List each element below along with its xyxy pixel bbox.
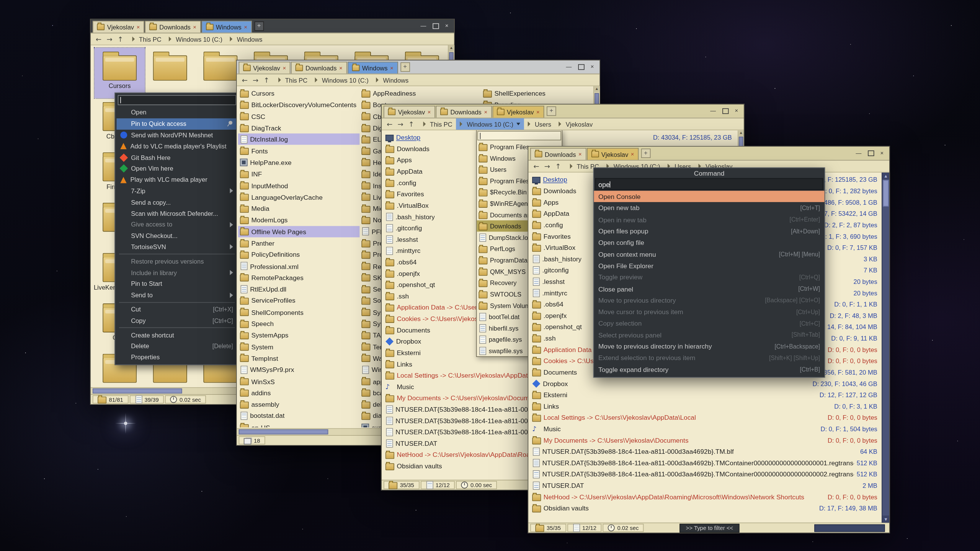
file-row[interactable]: My Documents -> C:\Users\Vjekoslav\Docum… <box>530 434 889 446</box>
close-button[interactable]: × <box>591 64 594 70</box>
palette-item[interactable]: Select previous panel [Shift+Tab] <box>594 329 824 341</box>
context-menu-item[interactable]: Send to <box>116 289 237 300</box>
file-row[interactable]: Obsidian vaults D: 17, F: 149, 38 MB <box>530 502 889 514</box>
tab-close-icon[interactable] <box>283 65 286 71</box>
minimize-button[interactable]: — <box>421 23 426 29</box>
type-to-filter-hint[interactable]: >> Type to filter << <box>679 523 739 532</box>
minimize-button[interactable]: — <box>566 64 572 70</box>
file-row[interactable]: assembly <box>238 398 360 410</box>
status-filter-input[interactable] <box>814 524 885 532</box>
context-menu-item[interactable]: 7-Zip <box>116 186 237 197</box>
back-icon[interactable]: ← <box>531 163 542 170</box>
breadcrumb-item[interactable]: Users <box>524 118 555 130</box>
context-menu-item[interactable]: Properties <box>116 352 237 363</box>
file-row[interactable]: InputMethod <box>238 179 360 191</box>
context-menu-item[interactable]: Send with NordVPN Meshnet <box>116 129 237 140</box>
breadcrumb-item[interactable]: Windows 10 (C:) <box>311 74 372 86</box>
file-row[interactable]: TempInst <box>238 352 360 364</box>
tab[interactable]: Windows <box>348 62 398 73</box>
file-row[interactable]: WinSxS <box>238 375 360 387</box>
back-icon[interactable]: ← <box>384 121 395 127</box>
scroll-up-icon[interactable]: ▲ <box>882 173 889 179</box>
context-menu-item[interactable]: Give access to <box>116 219 237 230</box>
forward-icon[interactable]: → <box>250 77 261 83</box>
vertical-scrollbar[interactable]: ▲ ▼ <box>882 173 889 523</box>
close-button[interactable]: × <box>880 150 884 156</box>
scrollbar-thumb[interactable] <box>93 388 182 393</box>
file-row[interactable]: CSC <box>238 111 360 122</box>
new-tab-button[interactable]: + <box>547 106 556 116</box>
file-row[interactable]: Links D: 0, F: 3, 1 KB <box>530 400 889 412</box>
palette-item[interactable]: Open context menu [Ctrl+M] [Menu] <box>594 248 824 260</box>
tab-close-icon[interactable] <box>137 24 140 30</box>
tab[interactable]: Vjekoslav <box>492 106 544 117</box>
scroll-up-icon[interactable]: ▲ <box>738 130 744 136</box>
file-row[interactable]: HelpPane.exe <box>238 156 360 168</box>
palette-item[interactable]: Open File Explorer <box>594 260 824 271</box>
tab-close-icon[interactable] <box>339 65 343 71</box>
file-row[interactable]: addins <box>238 387 360 398</box>
context-menu-item[interactable]: Create shortcut <box>116 329 237 341</box>
close-button[interactable]: × <box>735 108 738 114</box>
tab-close-icon[interactable] <box>536 109 540 115</box>
file-row[interactable]: Media <box>238 203 360 214</box>
tab[interactable]: Downloads <box>145 21 201 33</box>
breadcrumb-item[interactable]: Windows 10 (C:) <box>165 33 226 45</box>
file-row[interactable]: ModemLogs <box>238 214 360 226</box>
file-row[interactable]: Eksterni D: 12, F: 127, 12 GB <box>530 389 889 401</box>
tab[interactable]: Vjekoslav <box>93 21 144 33</box>
file-row[interactable]: INF <box>238 168 360 179</box>
context-menu-item[interactable]: Play with VLC media player <box>116 174 237 185</box>
context-menu-item[interactable]: TortoiseSVN <box>116 241 237 253</box>
forward-icon[interactable]: → <box>104 36 115 42</box>
file-row[interactable]: System <box>238 341 360 352</box>
file-row[interactable]: Local Settings -> C:\Users\Vjekoslav\App… <box>530 412 889 423</box>
breadcrumb-item[interactable]: Windows <box>372 74 413 86</box>
tab-close-icon[interactable] <box>484 109 487 115</box>
file-row[interactable]: NTUSER.DAT{53b39e88-18c4-11ea-a811-000d3… <box>530 468 889 480</box>
new-tab-button[interactable]: + <box>254 21 264 31</box>
tab-close-icon[interactable] <box>193 24 196 30</box>
titlebar[interactable]: Vjekoslav Downloads Windows + — × <box>91 20 454 33</box>
maximize-button[interactable] <box>722 108 728 114</box>
palette-item[interactable]: Move cursor to previous item [Ctrl+Up] <box>594 306 824 318</box>
context-menu-item[interactable]: Cut [Ctrl+X] <box>116 304 237 315</box>
file-row[interactable]: Fonts <box>238 145 360 156</box>
palette-item[interactable]: Move to previous directory in hierarchy … <box>594 341 824 352</box>
context-menu-item[interactable]: Add to VLC media player's Playlist <box>116 141 237 152</box>
file-row[interactable]: bootstat.dat <box>238 410 360 422</box>
jump-filter-input[interactable] <box>477 131 561 140</box>
palette-item[interactable]: Open files popup [Alt+Down] <box>594 225 824 237</box>
context-menu-item[interactable]: Git Bash Here <box>116 152 237 163</box>
file-icon-item[interactable]: Cursors <box>95 48 145 98</box>
titlebar[interactable]: Vjekoslav Downloads Windows + — × <box>237 60 600 74</box>
file-row[interactable]: RtlExUpd.dll <box>238 283 360 295</box>
file-row[interactable]: DtcInstall.log <box>238 134 360 145</box>
file-row[interactable]: RemotePackages <box>238 272 360 283</box>
file-row[interactable]: NTUSER.DAT{53b39e88-18c4-11ea-a811-000d3… <box>530 457 889 468</box>
minimize-button[interactable]: — <box>710 108 716 114</box>
file-row[interactable]: ServiceProfiles <box>238 295 360 306</box>
palette-item[interactable]: Extend selection to previous item [Shift… <box>594 352 824 364</box>
palette-item[interactable]: Open Console <box>594 191 824 202</box>
file-row[interactable]: AppReadiness <box>359 88 481 99</box>
file-row[interactable]: DiagTrack <box>238 122 360 134</box>
file-row[interactable]: Desktop D: 43034, F: 125185, 23 GB <box>383 132 744 143</box>
file-row[interactable]: Music D: 0, F: 1, 504 bytes <box>530 423 889 435</box>
back-icon[interactable]: ← <box>239 77 250 83</box>
breadcrumb-item[interactable]: This PC <box>274 74 311 86</box>
file-row[interactable]: LanguageOverlayCache <box>238 191 360 203</box>
palette-input[interactable]: ope <box>595 178 823 190</box>
file-row[interactable]: PolicyDefinitions <box>238 249 360 260</box>
context-menu-item[interactable]: Pin to Start <box>116 278 237 289</box>
tab-close-icon[interactable] <box>390 65 394 71</box>
tab[interactable]: Downloads <box>291 62 347 73</box>
breadcrumb-item[interactable]: Windows <box>226 33 266 45</box>
forward-icon[interactable]: → <box>542 163 552 170</box>
palette-item[interactable]: Move to previous directory [Backspace] [… <box>594 294 824 306</box>
tab-close-icon[interactable] <box>244 24 247 30</box>
tab[interactable]: Downloads <box>436 106 492 117</box>
palette-item[interactable]: Open config file <box>594 237 824 248</box>
file-row[interactable]: SystemApps <box>238 329 360 341</box>
scroll-down-icon[interactable]: ▼ <box>882 515 889 522</box>
